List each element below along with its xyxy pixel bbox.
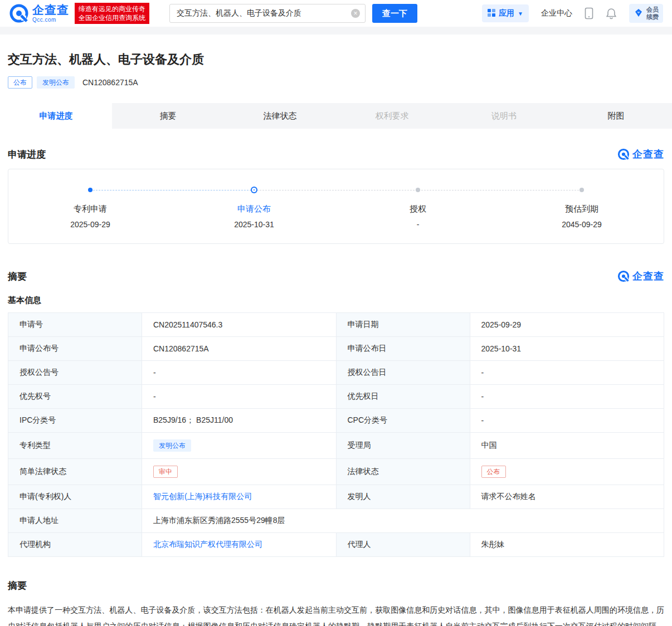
search-area: × 查一下	[169, 4, 417, 23]
progress-section-title: 申请进度	[8, 148, 46, 161]
apps-grid-icon	[488, 9, 495, 18]
basic-info-table: 申请号 CN202511407546.3 申请日期 2025-09-29 申请公…	[8, 312, 664, 557]
applicant-company-link[interactable]: 智元创新(上海)科技有限公司	[153, 492, 252, 501]
abstract-section-title: 摘要	[8, 579, 27, 592]
field-value: -	[470, 385, 664, 409]
field-label: CPC分类号	[336, 409, 470, 433]
field-value: 请求不公布姓名	[470, 485, 664, 509]
tab-description[interactable]: 说明书	[448, 103, 560, 129]
field-value: -	[470, 409, 664, 433]
top-header: 企查查 Qcc.com 缔造有远见的商业传奇 全国企业信用查询系统 × 查一下 …	[0, 0, 672, 27]
table-row: 授权公告号 - 授权公告日 -	[8, 361, 664, 385]
qcc-watermark-logo: 企查查	[617, 148, 664, 161]
qcc-logo-text: 企查查 Qcc.com	[32, 4, 69, 23]
timeline-step-date: 2045-09-29	[500, 220, 664, 229]
brand-slogan: 缔造有远见的商业传奇 全国企业信用查询系统	[75, 3, 149, 24]
slogan-line-2: 全国企业信用查询系统	[79, 13, 145, 22]
tab-claims[interactable]: 权利要求	[336, 103, 448, 129]
apps-menu-button[interactable]: 应用 ▼	[482, 4, 529, 22]
field-label: 法律状态	[336, 459, 470, 485]
field-value: CN120862715A	[142, 337, 337, 361]
timeline-step-label: 预估到期	[500, 204, 664, 214]
header-divider	[0, 27, 672, 35]
field-value: -	[142, 361, 337, 385]
field-label: 优先权日	[336, 385, 470, 409]
brand-name: 企查查	[32, 4, 69, 16]
timeline-step-date: -	[336, 220, 500, 229]
patent-tag-row: 公布 发明公布 CN120862715A	[8, 76, 664, 89]
progress-timeline-card: 专利申请 2025-09-29 申请公布 2025-10-31 授权 - 预估到…	[8, 169, 664, 244]
field-label: 申请人地址	[8, 509, 142, 533]
timeline-step-label: 授权	[336, 204, 500, 214]
qcc-logo[interactable]: 企查查 Qcc.com	[9, 3, 69, 23]
brand-domain: Qcc.com	[32, 17, 69, 23]
basic-info-title: 基本信息	[8, 295, 664, 306]
tab-abstract[interactable]: 摘要	[112, 103, 224, 129]
table-row: 申请人地址 上海市浦东新区秀浦路2555号29幢8层	[8, 509, 664, 533]
field-label: 优先权号	[8, 385, 142, 409]
field-value: 公布	[470, 459, 664, 485]
patent-number: CN120862715A	[82, 78, 138, 87]
qcc-watermark-text: 企查查	[632, 148, 664, 161]
summary-section-title: 摘要	[8, 270, 27, 283]
field-value: B25J9/16； B25J11/00	[142, 409, 337, 433]
tab-legal-status[interactable]: 法律状态	[224, 103, 336, 129]
search-input[interactable]	[169, 4, 366, 23]
field-label: 申请号	[8, 313, 142, 337]
field-label: 代理人	[336, 533, 470, 557]
field-value: -	[470, 361, 664, 385]
tab-application-progress[interactable]: 申请进度	[0, 103, 112, 129]
search-button[interactable]: 查一下	[372, 4, 417, 23]
tab-drawings[interactable]: 附图	[560, 103, 672, 129]
field-label: 专利类型	[8, 433, 142, 459]
vip-renew-button[interactable]: 会员 续费	[629, 4, 663, 23]
timeline-step-expiry: 预估到期 2045-09-29	[500, 185, 664, 229]
table-row: 申请号 CN202511407546.3 申请日期 2025-09-29	[8, 313, 664, 337]
table-row: 申请公布号 CN120862715A 申请公布日 2025-10-31	[8, 337, 664, 361]
mobile-icon[interactable]	[585, 7, 593, 19]
timeline-dot-done	[88, 188, 92, 192]
table-row: 优先权号 - 优先权日 -	[8, 385, 664, 409]
field-label: 代理机构	[8, 533, 142, 557]
field-label: 申请公布日	[336, 337, 470, 361]
field-label: 授权公告号	[8, 361, 142, 385]
field-value: 2025-09-29	[470, 313, 664, 337]
timeline-dot-pending	[416, 188, 420, 192]
page-title: 交互方法、机器人、电子设备及介质	[8, 51, 664, 68]
field-value: CN202511407546.3	[142, 313, 337, 337]
qcc-watermark-text: 企查查	[632, 270, 664, 283]
table-row: 代理机构 北京布瑞知识产权代理有限公司 代理人 朱彤妹	[8, 533, 664, 557]
timeline-step-granted: 授权 -	[336, 185, 500, 229]
timeline-step-filed: 专利申请 2025-09-29	[8, 185, 172, 229]
timeline-step-label: 申请公布	[172, 204, 336, 214]
timeline-step-label: 专利申请	[8, 204, 172, 214]
chevron-down-icon: ▼	[518, 11, 523, 17]
field-label: 受理局	[336, 433, 470, 459]
vip-icon	[634, 8, 644, 19]
patent-type-tag: 发明公布	[37, 76, 75, 89]
clear-search-icon[interactable]: ×	[351, 9, 360, 18]
field-label: IPC分类号	[8, 409, 142, 433]
field-label: 授权公告日	[336, 361, 470, 385]
field-value: 发明公布	[142, 433, 337, 459]
field-value: 上海市浦东新区秀浦路2555号29幢8层	[142, 509, 664, 533]
field-value: 2025-10-31	[470, 337, 664, 361]
field-value: 审中	[142, 459, 337, 485]
vip-label-1: 会员	[646, 6, 659, 13]
timeline-dot-current	[252, 188, 256, 192]
legal-status-tag: 公布	[481, 466, 506, 478]
agency-company-link[interactable]: 北京布瑞知识产权代理有限公司	[153, 540, 262, 549]
vip-label-2: 续费	[646, 13, 659, 21]
table-row: 简单法律状态 审中 法律状态 公布	[8, 459, 664, 485]
apps-menu-label: 应用	[499, 8, 514, 18]
qcc-logo-icon	[9, 3, 29, 23]
bell-icon[interactable]	[606, 7, 617, 19]
field-value: 中国	[470, 433, 664, 459]
field-value: 智元创新(上海)科技有限公司	[142, 485, 337, 509]
simple-legal-status-tag: 审中	[153, 466, 178, 478]
enterprise-center-link[interactable]: 企业中心	[541, 8, 572, 18]
slogan-line-1: 缔造有远见的商业传奇	[79, 4, 145, 13]
timeline-step-date: 2025-09-29	[8, 220, 172, 229]
table-row: 专利类型 发明公布 受理局 中国	[8, 433, 664, 459]
publish-status-tag: 公布	[8, 76, 32, 89]
